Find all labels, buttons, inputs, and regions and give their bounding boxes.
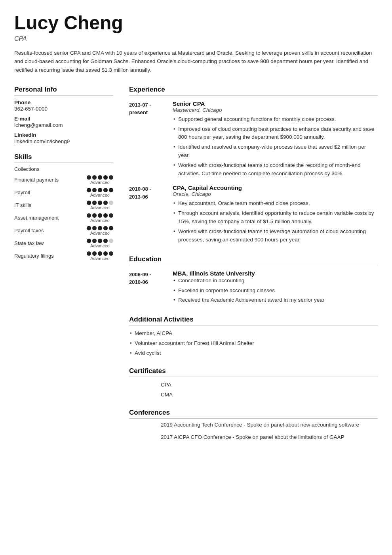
skill-dots (87, 201, 113, 205)
certificate-item: CPA (129, 381, 378, 389)
exp-company: Mastercard, Chicago (173, 107, 378, 113)
skill-dot (98, 239, 102, 243)
skill-dot (92, 201, 97, 205)
skill-dot (98, 188, 102, 192)
skill-dot (98, 175, 102, 180)
activity-item: Member, AICPA (129, 329, 378, 338)
education-title: Education (129, 255, 378, 265)
email-label: E-mail (14, 116, 113, 122)
summary-text: Results-focused senior CPA and CMA with … (14, 49, 378, 75)
skill-dot (87, 201, 91, 205)
exp-bullet: Worked with cross-functional teams to co… (173, 161, 378, 178)
exp-bullet: Worked with cross-functional teams to le… (173, 228, 378, 244)
skill-level-label: Advanced (90, 193, 110, 197)
exp-bullets: Key accountant, Oracle team month-end cl… (173, 199, 378, 244)
exp-bullet: Through account analysis, identified opp… (173, 209, 378, 226)
skill-rating: Advanced (87, 251, 113, 261)
skill-dot (92, 226, 97, 230)
skill-name: Payroll taxes (14, 228, 54, 233)
skill-name: Regulatory filings (14, 253, 54, 259)
skill-dot (103, 213, 108, 218)
edu-bullet: Excelled in corporate accounting classes (173, 287, 378, 295)
activities-title: Additional Activities (129, 316, 378, 325)
skill-item: Regulatory filingsAdvanced (14, 251, 113, 261)
exp-company: Oracle, Chicago (173, 191, 378, 197)
education-list: 2006-09 -2010-06MBA, Illinois State Univ… (129, 270, 378, 306)
skill-rating: Advanced (87, 175, 113, 185)
skills-list: CollectionsFinancial paymentsAdvancedPay… (14, 166, 113, 261)
exp-job-title: CPA, Capital Accounting (173, 184, 378, 191)
conference-item: 2019 Accounting Tech Conference - Spoke … (129, 421, 378, 429)
conferences-title: Conferences (129, 409, 378, 419)
skill-level-label: Advanced (90, 243, 110, 248)
skill-dots (87, 175, 113, 180)
edu-degree: MBA, Illinois State University (173, 270, 378, 277)
skill-dots (87, 251, 113, 256)
exp-bullet: Key accountant, Oracle team month-end cl… (173, 199, 378, 208)
certs-list: CPACMA (129, 381, 378, 399)
edu-date: 2006-09 -2010-06 (129, 270, 173, 306)
skill-item: Financial paymentsAdvanced (14, 175, 113, 185)
skill-dot (103, 188, 108, 192)
skill-name: Financial payments (14, 177, 59, 183)
exp-bullet: Supported general accounting functions f… (173, 115, 378, 124)
certificates-section: Certificates CPACMA (129, 367, 378, 399)
edu-content: MBA, Illinois State UniversityConcentrat… (173, 270, 378, 306)
skill-level-label: Advanced (90, 256, 110, 261)
skill-dot (98, 213, 102, 218)
skill-item: PayrollAdvanced (14, 188, 113, 197)
candidate-title: CPA (14, 35, 378, 42)
conferences-section: Conferences 2019 Accounting Tech Confere… (129, 409, 378, 442)
skill-level-label: Advanced (90, 231, 110, 235)
edu-bullet: Received the Academic Achievement award … (173, 296, 378, 304)
skill-dot (87, 251, 91, 256)
exp-bullet: Improved use of cloud computing best pra… (173, 125, 378, 142)
skill-rating: Advanced (87, 213, 113, 223)
skill-dots (87, 188, 113, 192)
skill-dot (109, 188, 113, 192)
skill-item: State tax lawAdvanced (14, 239, 113, 248)
skill-dot (103, 251, 108, 256)
skill-name: Asset management (14, 215, 59, 221)
exp-content: CPA, Capital AccountingOracle, ChicagoKe… (173, 184, 378, 246)
skill-dot (103, 175, 108, 180)
phone-value: 362-657-0000 (14, 106, 113, 112)
resume-header: Lucy Cheng CPA Results-focused senior CP… (14, 13, 378, 75)
skill-name: Collections (14, 166, 54, 172)
skill-dot (98, 251, 102, 256)
linkedin-value: linkedin.com/in/lcheng9 (14, 138, 113, 144)
conferences-list: 2019 Accounting Tech Conference - Spoke … (129, 421, 378, 442)
exp-date: 2013-07 -present (129, 100, 173, 180)
certificate-item: CMA (129, 391, 378, 399)
phone-label: Phone (14, 100, 113, 105)
activities-section: Additional Activities Member, AICPAVolun… (129, 316, 378, 358)
education-section: Education 2006-09 -2010-06MBA, Illinois … (129, 255, 378, 306)
personal-info-title: Personal Info (14, 86, 113, 96)
education-entry: 2006-09 -2010-06MBA, Illinois State Univ… (129, 270, 378, 306)
skill-item: Payroll taxesAdvanced (14, 226, 113, 235)
skill-dot (103, 201, 108, 205)
skill-dot (98, 201, 102, 205)
skill-rating: Advanced (87, 201, 113, 210)
skill-dot (109, 201, 113, 205)
skill-name: State tax law (14, 240, 54, 246)
main-layout: Personal Info Phone 362-657-0000 E-mail … (14, 86, 378, 451)
skill-rating: Advanced (87, 226, 113, 235)
skill-dots (87, 213, 113, 218)
experience-entry: 2013-07 -presentSenior CPAMastercard, Ch… (129, 100, 378, 180)
skill-rating: Advanced (87, 239, 113, 248)
email-value: lcheng@gamail.com (14, 122, 113, 128)
exp-content: Senior CPAMastercard, ChicagoSupported g… (173, 100, 378, 180)
skill-dot (87, 213, 91, 218)
skill-dot (109, 239, 113, 243)
skill-dot (87, 188, 91, 192)
skill-dot (109, 213, 113, 218)
experience-section: Experience 2013-07 -presentSenior CPAMas… (129, 86, 378, 246)
skill-dots (87, 239, 113, 243)
skill-name: Payroll (14, 189, 54, 195)
skill-name: IT skills (14, 202, 54, 208)
skill-dot (109, 226, 113, 230)
left-column: Personal Info Phone 362-657-0000 E-mail … (14, 86, 121, 451)
skill-level-label: Advanced (90, 218, 110, 223)
skill-dot (109, 175, 113, 180)
